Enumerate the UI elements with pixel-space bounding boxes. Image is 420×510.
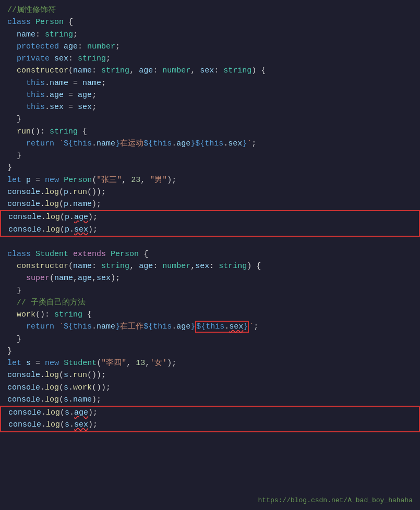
line-this-name: this.name = name; bbox=[0, 77, 420, 89]
line-close-student: } bbox=[0, 345, 420, 357]
code-container: //属性修饰符 class Person { name: string; pro… bbox=[0, 0, 420, 510]
line-work-return: return `${this.name}在工作${this.age}${this… bbox=[0, 321, 420, 333]
line-s-sex: console.log(s.sex); bbox=[1, 419, 419, 431]
line-work-sig: work(): string { bbox=[0, 309, 420, 321]
line-comment1: //属性修饰符 bbox=[0, 4, 420, 16]
line-comment-sub: // 子类自己的方法 bbox=[0, 297, 420, 309]
line-constructor: constructor(name: string, age: number, s… bbox=[0, 65, 420, 77]
line-let-p: let p = new Person("张三", 23, "男"); bbox=[0, 174, 420, 186]
url-label: https://blog.csdn.net/A_bad_boy_hahaha bbox=[258, 495, 413, 506]
line-close-person: } bbox=[0, 162, 420, 174]
line-sex-prop: private sex: string; bbox=[0, 53, 420, 65]
line-run-sig: run(): string { bbox=[0, 126, 420, 138]
line-class-person: class Person { bbox=[0, 16, 420, 28]
line-console-sex: console.log(p.sex); bbox=[1, 224, 419, 236]
line-close-run: } bbox=[0, 150, 420, 162]
empty-line-1 bbox=[0, 237, 420, 248]
line-s-age: console.log(s.age); bbox=[1, 407, 419, 419]
line-s-name: console.log(s.name); bbox=[0, 394, 420, 406]
line-run-return: return `${this.name}在运动${this.age}${this… bbox=[0, 138, 420, 150]
line-name-prop: name: string; bbox=[0, 29, 420, 41]
line-console-run: console.log(p.run()); bbox=[0, 186, 420, 198]
red-box-sage: console.log(s.age); console.log(s.sex); bbox=[0, 406, 420, 432]
line-this-age: this.age = age; bbox=[0, 89, 420, 101]
line-class-student: class Student extends Person { bbox=[0, 248, 420, 260]
line-s-work: console.log(s.work()); bbox=[0, 382, 420, 394]
line-age-prop: protected age: number; bbox=[0, 41, 420, 53]
line-student-constructor: constructor(name: string, age: number,se… bbox=[0, 260, 420, 272]
red-box-this-sex: ${this.sex} bbox=[195, 321, 249, 333]
line-console-name: console.log(p.name); bbox=[0, 198, 420, 210]
line-this-sex: this.sex = sex; bbox=[0, 101, 420, 113]
line-let-s: let s = new Student("李四", 13,'女'); bbox=[0, 357, 420, 369]
line-super-call: super(name,age,sex); bbox=[0, 272, 420, 284]
line-console-age: console.log(p.age); bbox=[1, 211, 419, 223]
line-close-constructor: } bbox=[0, 113, 420, 125]
line-s-run: console.log(s.run()); bbox=[0, 369, 420, 381]
line-close-work: } bbox=[0, 333, 420, 345]
line-close-student-constructor: } bbox=[0, 285, 420, 297]
red-box-pname: console.log(p.age); console.log(p.sex); bbox=[0, 210, 420, 237]
